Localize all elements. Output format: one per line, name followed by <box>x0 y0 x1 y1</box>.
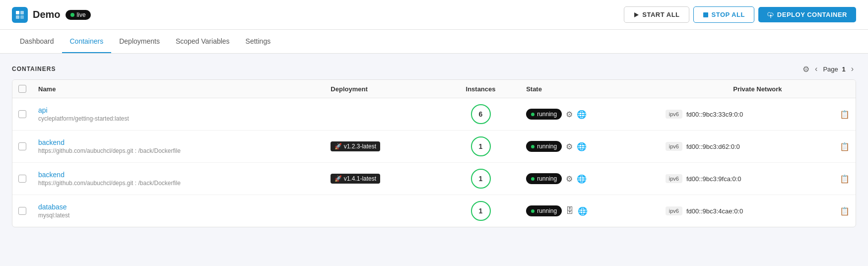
network-cell-content: ipv6 fd00::9bc3:9fca:0:0 📋 <box>666 174 850 184</box>
col-checkbox <box>12 80 32 98</box>
header: Demo live START ALL STOP ALL DEPLOY CONT… <box>0 0 868 30</box>
svg-rect-3 <box>20 15 24 19</box>
svg-rect-0 <box>16 11 19 14</box>
globe-action-icon[interactable]: 🌐 <box>577 142 587 151</box>
row-network-cell: ipv6 fd00::9bc3:33c9:0:0 📋 <box>660 98 856 131</box>
row-name-cell: backend https://github.com/aubuchcl/deps… <box>32 131 325 163</box>
database-action-icon[interactable]: 🗄 <box>566 206 574 215</box>
deployment-tag[interactable]: 🚀 v1.4.1-latest <box>331 174 380 184</box>
settings-icon[interactable]: ⚙ <box>802 65 809 74</box>
page-label: Page 1 <box>823 66 845 73</box>
row-network-cell: ipv6 fd00::9bc3:4cae:0:0 📋 <box>660 195 856 227</box>
row-checkbox-cell <box>12 98 32 131</box>
ipv-badge: ipv6 <box>666 110 682 119</box>
container-sub-label: https://github.com/aubuchcl/deps.git : /… <box>38 147 181 154</box>
row-checkbox[interactable] <box>18 175 26 183</box>
ip-address: fd00::9bc3:9fca:0:0 <box>686 175 836 183</box>
row-name-cell: database mysql:latest <box>32 195 325 227</box>
row-deployment-cell: 🚀 v1.4.1-latest <box>325 163 441 195</box>
col-state: State <box>520 80 660 98</box>
col-instances: Instances <box>441 80 520 98</box>
row-checkbox-cell <box>12 195 32 227</box>
row-checkbox[interactable] <box>18 110 26 118</box>
state-column: running ⚙🌐 <box>526 109 654 120</box>
copy-icon[interactable]: 📋 <box>840 174 850 184</box>
state-dot-icon <box>531 177 534 181</box>
row-deployment-cell: 🚀 v1.2.3-latest <box>325 131 441 163</box>
row-name-cell: api cycleplatform/getting-started:latest <box>32 98 325 131</box>
nav-containers[interactable]: Containers <box>62 30 112 53</box>
state-dot-icon <box>531 145 534 148</box>
nav-deployments[interactable]: Deployments <box>111 30 168 53</box>
deploy-container-button[interactable]: DEPLOY CONTAINER <box>758 7 856 22</box>
header-actions: START ALL STOP ALL DEPLOY CONTAINER <box>624 6 856 23</box>
copy-icon[interactable]: 📋 <box>840 206 850 216</box>
globe-action-icon[interactable]: 🌐 <box>577 110 587 119</box>
ip-address: fd00::9bc3:d62:0:0 <box>686 143 836 150</box>
live-badge: live <box>66 10 91 20</box>
copy-icon[interactable]: 📋 <box>840 110 850 119</box>
globe-action-icon[interactable]: 🌐 <box>577 174 587 184</box>
container-name-link[interactable]: backend <box>38 171 319 179</box>
container-name-link[interactable]: database <box>38 203 319 211</box>
network-cell-content: ipv6 fd00::9bc3:d62:0:0 📋 <box>666 142 850 151</box>
select-all-checkbox[interactable] <box>18 85 26 93</box>
row-instances-cell: 1 <box>441 195 520 227</box>
start-all-button[interactable]: START ALL <box>624 6 689 23</box>
instance-count-circle: 1 <box>471 201 491 221</box>
svg-marker-4 <box>634 12 639 17</box>
col-deployment: Deployment <box>325 80 441 98</box>
row-checkbox[interactable] <box>18 142 26 150</box>
row-checkbox[interactable] <box>18 207 26 215</box>
state-dot-icon <box>531 209 534 213</box>
stop-all-button[interactable]: STOP ALL <box>693 6 754 23</box>
copy-icon[interactable]: 📋 <box>840 142 850 151</box>
col-private-network: Private Network <box>660 80 856 98</box>
globe-action-icon[interactable]: 🌐 <box>578 206 588 216</box>
ipv-badge: ipv6 <box>666 142 682 151</box>
state-column: running ⚙🌐 <box>526 173 654 184</box>
container-name-link[interactable]: api <box>38 106 319 114</box>
ipv-badge: ipv6 <box>666 206 682 215</box>
gear-action-icon[interactable]: ⚙ <box>566 142 573 151</box>
table-row: database mysql:latest 1 running 🗄🌐 ipv6 … <box>12 195 856 227</box>
row-instances-cell: 1 <box>441 163 520 195</box>
row-network-cell: ipv6 fd00::9bc3:d62:0:0 📋 <box>660 131 856 163</box>
instance-count-circle: 1 <box>471 169 491 189</box>
ip-address: fd00::9bc3:4cae:0:0 <box>686 207 836 215</box>
ip-address: fd00::9bc3:33c9:0:0 <box>686 111 836 118</box>
live-dot-icon <box>70 13 74 17</box>
deployment-tag[interactable]: 🚀 v1.2.3-latest <box>331 141 380 151</box>
row-checkbox-cell <box>12 131 32 163</box>
gear-action-icon[interactable]: ⚙ <box>566 174 573 184</box>
section-header: CONTAINERS ⚙ ‹ Page 1 › <box>12 64 856 74</box>
stop-icon <box>703 12 709 18</box>
prev-page-icon[interactable]: ‹ <box>812 64 820 74</box>
app-title: Demo <box>33 9 61 20</box>
container-name-link[interactable]: backend <box>38 138 319 146</box>
svg-rect-1 <box>20 11 24 14</box>
gear-action-icon[interactable]: ⚙ <box>566 110 573 119</box>
content-area: CONTAINERS ⚙ ‹ Page 1 › Name Deployment … <box>0 54 868 237</box>
state-column: running 🗄🌐 <box>526 205 654 216</box>
row-instances-cell: 1 <box>441 131 520 163</box>
nav-bar: Dashboard Containers Deployments Scoped … <box>0 30 868 54</box>
next-page-icon[interactable]: › <box>849 64 856 74</box>
svg-rect-5 <box>703 12 708 17</box>
nav-scoped-variables[interactable]: Scoped Variables <box>168 30 238 53</box>
containers-table-wrapper: Name Deployment Instances State Private … <box>12 79 856 227</box>
nav-dashboard[interactable]: Dashboard <box>12 30 62 53</box>
state-badge: running <box>526 109 562 120</box>
ipv-badge: ipv6 <box>666 174 682 183</box>
nav-settings[interactable]: Settings <box>238 30 279 53</box>
row-name-cell: backend https://github.com/aubuchcl/deps… <box>32 163 325 195</box>
table-row: backend https://github.com/aubuchcl/deps… <box>12 163 856 195</box>
row-network-cell: ipv6 fd00::9bc3:9fca:0:0 📋 <box>660 163 856 195</box>
container-sub-label: mysql:latest <box>38 212 69 219</box>
row-instances-cell: 6 <box>441 98 520 131</box>
logo-area: Demo live <box>12 7 624 23</box>
state-badge: running <box>526 173 562 184</box>
cloud-icon <box>767 11 774 18</box>
state-badge: running <box>526 141 562 152</box>
row-state-cell: running ⚙🌐 <box>520 131 660 163</box>
